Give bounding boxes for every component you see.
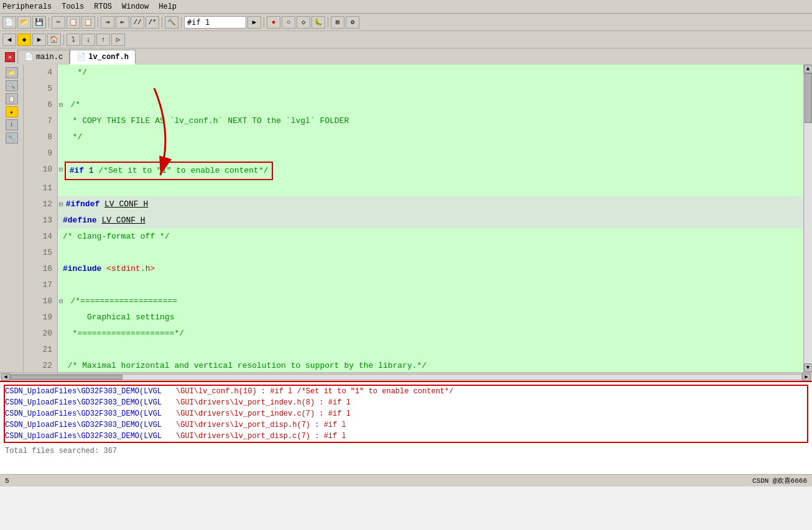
tb-circle[interactable]: ○ [282,16,295,29]
line-content-4: */ [58,65,87,81]
search-result-1: CSDN_UploadFiles\GD32F303_DEMO(LVGL \GUI… [5,397,807,408]
v-scrollbar[interactable]: ▲ ▼ [803,65,812,372]
h-scroll-track[interactable] [10,374,802,380]
tb-paste[interactable]: 📋 [81,16,95,29]
sep4 [181,17,182,28]
v-scroll-thumb[interactable] [805,73,812,123]
search-result-3-prefix: CSDN_UploadFiles\GD32F303_DEMO(LVGL [5,419,176,431]
code-line-15: 15 [24,245,803,261]
tb-diamond[interactable]: ◇ [297,16,310,29]
line-content-17 [58,277,68,293]
sep2 [98,17,98,28]
tb-nav3[interactable]: ▶ [32,34,46,46]
line-content-20: *====================*/ [58,326,184,342]
tb-comment1[interactable]: // [131,16,144,29]
code-line-14: 14 /* clang-format off */ [24,229,803,245]
search-result-4-prefix: CSDN_UploadFiles\GD32F303_DEMO(LVGL [5,431,176,442]
tb-save[interactable]: 💾 [32,16,46,29]
code-editor[interactable]: 4 */ 5 6 ⊟ /* 7 * COPY THIS FILE AS `lv_… [24,65,803,372]
line-content-12: #ifndef LV_CONF_H [65,196,149,212]
line-fold-18[interactable]: ⊟ [58,293,65,309]
line-content-15 [58,245,68,261]
tb-search-go[interactable]: ▶ [247,16,261,29]
line-num-11: 11 [24,180,58,196]
tb-nav1[interactable]: ◀ [2,34,16,46]
h-scroll-thumb[interactable] [11,375,122,380]
tb-step-out[interactable]: ↑ [96,34,110,46]
tb-stop[interactable]: ● [267,16,280,29]
v-scroll-down[interactable]: ▼ [804,363,813,372]
search-result-1-prefix: CSDN_UploadFiles\GD32F303_DEMO(LVGL [5,397,176,408]
line-num-9: 9 [24,145,58,162]
code-line-5: 5 [24,81,803,97]
tb-indent1[interactable]: ⇥ [101,16,114,29]
line-content-13: #define LV_CONF_H [58,212,145,229]
sep6 [328,17,328,28]
tb-copy[interactable]: 📋 [67,16,80,29]
gutter-icon-3[interactable]: 📋 [6,93,18,104]
tab-lv-conf-h-label: lv_conf.h [88,53,129,62]
v-scroll-track[interactable] [805,73,812,363]
status-right: CSDN @欢喜6666 [752,476,807,485]
menu-bar: Peripherals Tools RTOS Window Help [0,0,812,14]
code-line-17: 17 [24,277,803,293]
tb-build[interactable]: 🔨 [165,16,178,29]
tb-settings[interactable]: ⚙ [346,16,359,29]
tabs-bar: ✕ 📄 main.c 📄 lv_conf.h [0,48,812,65]
line-content-19: Graphical settings [58,309,174,326]
line-content-11 [58,180,68,196]
search-result-2: CSDN_UploadFiles\GD32F303_DEMO(LVGL \GUI… [5,408,807,419]
line-num-8: 8 [24,129,58,145]
tb-new[interactable]: 📄 [2,16,16,29]
line-content-9 [58,145,68,162]
v-scroll-up[interactable]: ▲ [804,65,813,73]
line-num-13: 13 [24,212,58,229]
line-content-10: #if 1 /*Set it to "1" to enable content*… [65,162,274,180]
line-num-22: 22 [24,358,58,372]
line-content-8: */ [58,129,82,145]
tb-step-into[interactable]: ↓ [81,34,95,46]
tb-run-cursor[interactable]: ▷ [111,34,125,46]
gutter-icon-2[interactable]: 🔍 [6,80,18,91]
tb-open[interactable]: 📂 [17,16,31,29]
line-num-4: 4 [24,65,58,81]
tb-debug[interactable]: 🐛 [311,16,325,29]
line-fold-10[interactable]: ⊟ [58,162,65,180]
h-scroll-right[interactable]: ▶ [802,373,811,381]
tb-step-over[interactable]: ⤵ [67,34,80,46]
tb-comment2[interactable]: /* [145,16,159,29]
search-result-4-suffix: \GUI\drivers\lv_port_disp.c(7) : #if l [176,431,346,442]
line-fold-6[interactable]: ⊟ [58,97,65,113]
panel-close-btn[interactable]: ✕ [5,52,15,62]
search-result-0-prefix: CSDN_UploadFiles\GD32F303_DEMO(LVGL [5,386,176,397]
menu-help[interactable]: Help [159,2,177,11]
search-result-2-suffix: \GUI\drivers\lv_port_indev.c(7) : #if l [176,408,351,419]
h-scroll-left[interactable]: ◀ [1,373,10,381]
toolbar-row1: 📄 📂 💾 ✂ 📋 📋 ⇥ ⇤ // /* 🔨 ▶ ● ○ ◇ 🐛 ⊞ ⚙ [0,14,812,31]
h-scrollbar[interactable]: ◀ ▶ [0,372,812,381]
menu-rtos[interactable]: RTOS [94,2,112,11]
line-content-5 [58,81,68,97]
tab-main-c[interactable]: 📄 main.c [17,50,70,63]
gutter-icon-5[interactable]: ↕ [6,119,18,130]
gutter-icon-1[interactable]: 📁 [6,67,18,78]
code-line-4: 4 */ [24,65,803,81]
search-input[interactable] [184,16,246,29]
menu-peripherals[interactable]: Peripherals [2,2,52,11]
code-line-16: 16 #include <stdint.h> [24,261,803,277]
line-num-12: 12 [24,196,58,212]
gutter-icon-6[interactable]: 🔧 [6,132,18,144]
tb-view[interactable]: ⊞ [331,16,344,29]
line-fold-12[interactable]: ⊟ [58,196,65,212]
menu-tools[interactable]: Tools [62,2,84,11]
search-result-3: CSDN_UploadFiles\GD32F303_DEMO(LVGL \GUI… [5,419,807,431]
line-num-15: 15 [24,245,58,261]
line-num-10: 10 [24,162,58,180]
tb-home[interactable]: 🏠 [47,34,61,46]
tab-lv-conf-h[interactable]: 📄 lv_conf.h [70,50,136,65]
tb-indent2[interactable]: ⇤ [116,16,129,29]
tb-nav2[interactable]: ◆ [17,34,31,46]
gutter-icon-4[interactable]: ★ [6,106,18,117]
menu-window[interactable]: Window [122,2,149,11]
tb-cut[interactable]: ✂ [52,16,65,29]
